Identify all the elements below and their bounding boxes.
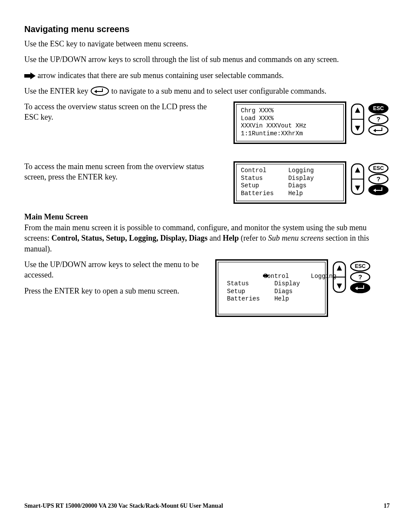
svg-text:?: ? [376, 175, 380, 183]
paragraph-press-enter: Press the ENTER key to open a sub menu s… [24, 286, 211, 296]
lcd-content-overview: Chrg XXX% Load XXX% XXXVin XXXVout XHz 1… [236, 104, 344, 141]
lcd-content-selected: Control Logging Status Display Setup Dia… [218, 262, 325, 314]
svg-text:?: ? [376, 115, 380, 123]
svg-text:?: ? [358, 273, 362, 281]
paragraph-enter-key: Use the ENTER key to navigate to a sub m… [24, 86, 390, 96]
p7-part-d: Help [223, 234, 239, 242]
svg-text:ESC: ESC [373, 105, 384, 111]
paragraph-esc-nav: Use the ESC key to navigate between menu… [24, 39, 390, 49]
paragraph-arrow-indicator: arrow indicates that there are sub menus… [24, 70, 390, 81]
paragraph-access-mainmenu: To access the main menu screen from the … [24, 161, 220, 183]
section-heading: Navigating menu screens [24, 24, 390, 34]
p7-part-f: Sub menu screens [268, 234, 324, 242]
p7-part-e: (refer to [239, 234, 268, 242]
lcd-screen-overview: Chrg XXX% Load XXX% XXXVin XXXVout XHz 1… [233, 101, 346, 144]
arrow-right-icon [219, 265, 269, 288]
lcd-screen-selected: Control Logging Status Display Setup Dia… [215, 259, 328, 317]
enter-text-after: to navigate to a sub menu and to select … [111, 87, 326, 95]
enter-text-before: Use the ENTER key [24, 87, 88, 95]
keypad-icon: ESC ? [332, 259, 371, 297]
paragraph-mainmenu-desc: From the main menu screen it is possible… [24, 222, 390, 254]
svg-text:ESC: ESC [373, 165, 384, 171]
p7-part-b: Control, Status, Setup, Logging, Display… [51, 234, 207, 242]
keypad-icon: ESC ? [350, 101, 390, 139]
svg-marker-23 [263, 274, 269, 278]
svg-text:ESC: ESC [355, 263, 366, 269]
main-menu-subhead: Main Menu Screen [24, 212, 390, 222]
keypad-icon: ESC ? [350, 161, 390, 199]
paragraph-arrow-scroll: Use the UP/DOWN arrow keys to scroll thr… [24, 54, 390, 65]
paragraph-select-menu: Use the UP/DOWN arrow keys to select the… [24, 259, 211, 281]
paragraph-access-overview: To access the overview status screen on … [24, 101, 220, 123]
arrow-indicator-text: arrow indicates that there are sub menus… [38, 71, 284, 80]
lcd-screen-mainmenu: Control Logging Status Display Setup Dia… [233, 161, 346, 204]
enter-key-icon [90, 87, 112, 95]
svg-marker-0 [24, 72, 36, 79]
footer-manual-title: Smart-UPS RT 15000/20000 VA 230 Vac Stac… [24, 503, 223, 509]
lcd-content-mainmenu: Control Logging Status Display Setup Dia… [236, 164, 344, 201]
arrow-right-icon [24, 71, 38, 80]
page-number: 17 [384, 503, 390, 509]
p7-part-c: and [207, 234, 223, 242]
